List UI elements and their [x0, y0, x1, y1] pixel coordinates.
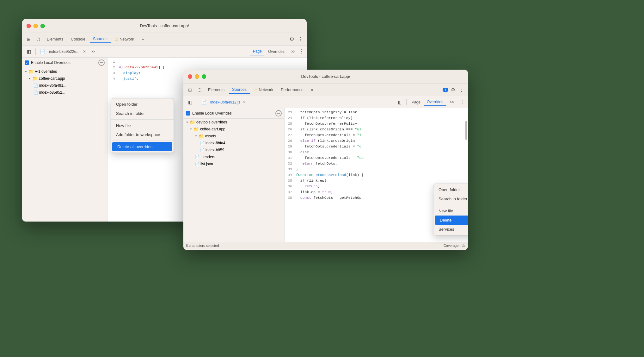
traffic-lights-front [188, 74, 206, 79]
tab-elements-back[interactable]: Elements [44, 36, 66, 43]
more-options-icon-back[interactable]: ⋮ [297, 35, 304, 43]
close-button-front[interactable] [188, 74, 192, 79]
minimize-button-front[interactable] [195, 74, 199, 79]
tree-file-1-label-back: index-8bfa491... [39, 83, 66, 88]
ctx-delete-front[interactable]: Delete [435, 216, 468, 225]
toolbar-page-front[interactable]: Page [409, 99, 423, 106]
tree-file-2-back[interactable]: 📄 index-b85952... [22, 89, 107, 96]
file-tab-icon-front[interactable]: 📄 [199, 98, 208, 106]
settings-icon-front[interactable]: ⚙ [450, 85, 457, 94]
clear-overrides-icon-front[interactable] [275, 110, 282, 116]
tree-file-1-back[interactable]: 📄 index-8bfa491... [22, 82, 107, 89]
settings-icon-back[interactable]: ⚙ [288, 35, 295, 43]
inspector-icon[interactable]: ⊞ [25, 35, 33, 43]
toolbar-overrides-front[interactable]: Overrides [424, 98, 446, 106]
file-tab-icon-back[interactable]: 📄 [38, 47, 46, 56]
code-line-24-front: 24 if (link.referrerPolicy) [285, 115, 468, 121]
enable-overrides-checkbox-front[interactable] [186, 111, 190, 116]
tab-sources-front[interactable]: Sources [229, 86, 250, 94]
code-line-27-front: 27 fetchOpts.credentials = "i [285, 132, 468, 138]
tab-console-back[interactable]: Console [68, 36, 89, 43]
tree-listjson-label-front: list.json [200, 162, 213, 166]
ctx-sep-2-back [111, 141, 174, 141]
code-line-35-front: 35 if (link.ep) [285, 178, 468, 184]
enable-overrides-row-front: Enable Local Overrides [183, 108, 284, 119]
tab-elements-front[interactable]: Elements [205, 86, 228, 93]
code-line-28-front: 28 else if (link.crossOrigin === [285, 138, 468, 144]
code-line-29-front: 29 fetchOpts.credentials = "o [285, 144, 468, 149]
more-menu-front[interactable]: ⋮ [460, 99, 465, 105]
sidebar-toggle-front[interactable]: ◧ [186, 98, 194, 106]
tree-coffee-front[interactable]: ▼ 📁 coffee-cart.app [183, 126, 284, 133]
toolbar-sep-1-back [35, 48, 36, 55]
tree-triangle-root-front: ▼ [186, 121, 188, 124]
tab-sep-2-front [406, 99, 407, 105]
tree-assets-front[interactable]: ▼ 📁 assets [183, 133, 284, 140]
tab-network-back[interactable]: ⚠ Network [112, 36, 137, 43]
more-tabs-back[interactable]: >> [87, 48, 98, 55]
toolbar-front: ◧ 📄 index-8bfa4912.js ✕ ◧ Page Overrides… [183, 96, 468, 108]
more-tabs-icon-front[interactable]: ◧ [396, 98, 404, 106]
ctx-search-folder-back[interactable]: Search in folder [111, 109, 174, 118]
ctx-add-folder-back[interactable]: Add folder to workspace [111, 130, 174, 139]
tab-network-front[interactable]: ⚠ Network [251, 86, 276, 93]
folder-icon-coffee-back: 📁 [32, 76, 38, 81]
tab-more-front[interactable]: » [308, 86, 316, 93]
more-options-icon-front[interactable]: ⋮ [458, 85, 465, 94]
tree-file-2-label-front: index-b859... [205, 148, 227, 152]
ctx-open-folder-back[interactable]: Open folder [111, 100, 174, 109]
maximize-button-back[interactable] [40, 24, 45, 28]
code-line-33-front: 33 } [285, 166, 468, 172]
minimize-button-back[interactable] [34, 24, 38, 28]
status-bar-front: 6 characters selected Coverage: n/a [183, 242, 468, 249]
tree-coffee-label-back: coffee-cart.app/ [39, 76, 65, 81]
toolbar-overrides-back[interactable]: Overrides [266, 48, 287, 55]
code-line-26-front: 26 if (link.crossOrigin === "us [285, 127, 468, 132]
more-menu-back[interactable]: ⋮ [299, 48, 304, 54]
code-line-31-front: 31 fetchOpts.credentials = "sa [285, 155, 468, 161]
tree-folder-coffee-back[interactable]: ▼ 📁 coffee-cart.app/ [22, 75, 107, 82]
tab-more-back[interactable]: » [138, 36, 147, 43]
device-icon[interactable]: ⬡ [34, 35, 42, 43]
close-tab-back[interactable]: ✕ [83, 49, 86, 54]
tree-triangle-back: ▼ [25, 70, 27, 73]
ctx-new-file-back[interactable]: New file [111, 121, 174, 130]
ctx-open-folder-front[interactable]: Open folder [433, 185, 468, 194]
ctx-sep-1-front [433, 205, 468, 205]
toolbar-more-back[interactable]: >> [288, 48, 298, 55]
close-button-back[interactable] [27, 24, 31, 28]
tree-headers-front[interactable]: 📄 .headers [183, 153, 284, 160]
clear-overrides-icon-back[interactable] [98, 60, 105, 66]
toolbar-more-front[interactable]: >> [447, 99, 457, 106]
enable-overrides-checkbox-back[interactable] [25, 60, 29, 65]
tree-triangle-coffee-back: ▼ [28, 77, 31, 80]
scroll-indicator-front[interactable] [465, 121, 467, 140]
inspector-icon-front[interactable]: ⊞ [186, 86, 194, 94]
tab-performance-front[interactable]: Performance [278, 86, 307, 93]
devtools-window-front: DevTools - coffee-cart.app/ ⊞ ⬡ Elements… [183, 70, 468, 250]
tree-file-2-front[interactable]: 📄 index-b859... [183, 147, 284, 153]
context-menu-back: Open folder Search in folder New file Ad… [111, 98, 174, 153]
tab-sources-back[interactable]: Sources [90, 35, 111, 43]
ctx-search-folder-front[interactable]: Search in folder [433, 194, 468, 204]
sidebar-toggle-back[interactable]: ◧ [25, 47, 33, 56]
device-icon-front[interactable]: ⬡ [195, 86, 204, 94]
ctx-new-file-front[interactable]: New file [433, 206, 468, 216]
tree-root-back[interactable]: ▼ 📁 v-1 overrides [22, 68, 107, 75]
ctx-delete-overrides-back[interactable]: Delete all overrides [112, 142, 172, 151]
tree-file-1-front[interactable]: 📄 index-8bfa4... [183, 140, 284, 147]
maximize-button-front[interactable] [202, 74, 206, 79]
file-icon-1-back: 📄 [34, 83, 38, 88]
close-tab-front[interactable]: ✕ [243, 100, 246, 104]
tree-root-front[interactable]: ▼ 📁 devtools overrides [183, 119, 284, 126]
code-tab-label-back[interactable]: index-b859522e.... [48, 49, 82, 54]
title-bar-back: DevTools - coffee-cart.app/ [22, 19, 307, 33]
enable-overrides-label-front: Enable Local Overrides [192, 111, 273, 116]
tree-triangle-coffee-front: ▼ [190, 128, 192, 131]
ctx-services-front[interactable]: Services › [433, 225, 468, 234]
toolbar-sep-1-front [197, 99, 197, 105]
tree-listjson-front[interactable]: 📄 list.json [183, 160, 284, 167]
toolbar-page-back[interactable]: Page [250, 48, 264, 55]
code-tab-label-front[interactable]: index-8bfa4912.js [209, 100, 242, 104]
file-icon-listjson-front: 📄 [195, 161, 199, 166]
